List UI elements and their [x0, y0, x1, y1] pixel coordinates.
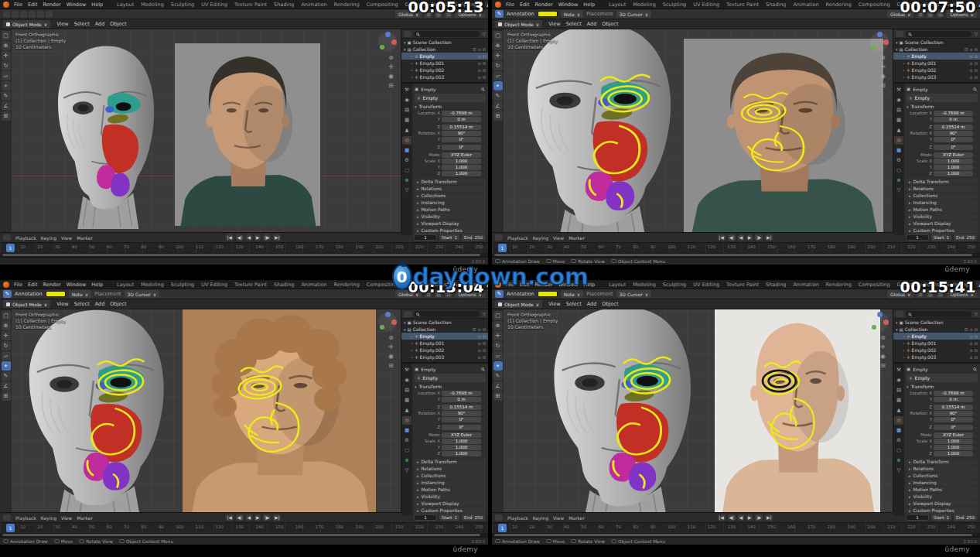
- transform-tool-icon[interactable]: ⌖: [493, 81, 503, 91]
- collapsed-panel[interactable]: ▸ Relations: [415, 466, 486, 472]
- scene-tab-icon[interactable]: ▲: [894, 406, 903, 415]
- viewport-menu-item[interactable]: Select: [74, 21, 90, 27]
- workspace-tab[interactable]: Texture Paint: [723, 1, 762, 9]
- collapsed-panel[interactable]: ▸ Delta Transform: [907, 459, 978, 465]
- topbar-menu-item[interactable]: Render: [43, 2, 60, 8]
- camera-icon[interactable]: ⊡: [483, 54, 486, 59]
- transform-value-field[interactable]: 90°: [934, 411, 973, 416]
- object-tab-icon[interactable]: ■: [894, 426, 903, 435]
- playhead[interactable]: 1: [498, 524, 507, 532]
- timeline-ruler[interactable]: 1 10203040506070809010011012013014015016…: [492, 242, 980, 253]
- viewport-3d[interactable]: ▢⊕✛↻▱⌖✎∠⊞ Front Orthographic(1) Collecti…: [0, 309, 401, 512]
- timeline-scrollbar[interactable]: [492, 253, 980, 257]
- note-layer-select[interactable]: Note ∨: [561, 290, 584, 298]
- outliner-collection[interactable]: ▾ ▤ Collection ☑ ⊙ ⊡: [893, 46, 980, 53]
- physics-tab-icon[interactable]: ○: [894, 446, 903, 455]
- end-frame-field[interactable]: End 250: [462, 234, 485, 241]
- transform-value-field[interactable]: 0°: [934, 137, 973, 142]
- workspace-tab[interactable]: Sculpting: [168, 281, 197, 289]
- search-icon[interactable]: [481, 367, 484, 371]
- workspace-tab[interactable]: Layout: [606, 1, 629, 9]
- measure-tool-icon[interactable]: ∠: [493, 381, 503, 391]
- transform-value-field[interactable]: 1.000: [934, 171, 973, 176]
- topbar-menu-item[interactable]: Window: [67, 282, 87, 288]
- output-tab-icon[interactable]: ▤: [402, 386, 411, 395]
- topbar-menu-item[interactable]: Edit: [28, 2, 38, 8]
- transform-value-field[interactable]: 0°: [934, 417, 973, 422]
- collapsed-panel[interactable]: ▸ Motion Paths: [415, 207, 486, 213]
- end-frame-field[interactable]: End 250: [462, 514, 485, 521]
- view-layer-tab-icon[interactable]: ▦: [894, 116, 903, 125]
- expand-icon[interactable]: ▾: [404, 40, 406, 45]
- outliner-item[interactable]: • ✛ Empty.001 ⊙ ⊡: [401, 60, 488, 67]
- world-tab-icon[interactable]: ◎: [894, 416, 903, 425]
- transform-value-field[interactable]: 1.000: [442, 445, 481, 450]
- transform-value-field[interactable]: -0.7698 m: [442, 111, 481, 116]
- reference-photo[interactable]: [715, 309, 880, 512]
- blender-logo-icon[interactable]: [3, 2, 9, 8]
- outliner-item[interactable]: • ✛ Empty.002 ⊙ ⊡: [893, 67, 980, 73]
- rotate-tool-icon[interactable]: ↻: [493, 61, 503, 70]
- eye-icon[interactable]: ⊙: [478, 334, 481, 339]
- camera-icon[interactable]: ⊡: [975, 334, 978, 339]
- animate-dot-icon[interactable]: ·: [975, 425, 978, 430]
- timeline-menu-item[interactable]: Playback: [507, 235, 528, 241]
- collapsed-panel[interactable]: ▸ Motion Paths: [907, 487, 978, 493]
- animate-dot-icon[interactable]: ·: [483, 137, 486, 142]
- transform-value-field[interactable]: 0°: [442, 417, 481, 422]
- timeline-menu-item[interactable]: Playback: [15, 515, 36, 521]
- collapsed-panel[interactable]: ▸ Viewport Display: [907, 220, 978, 227]
- animate-dot-icon[interactable]: ·: [975, 451, 978, 456]
- camera-icon[interactable]: ⊡: [483, 341, 486, 346]
- transform-value-field[interactable]: 1.000: [934, 445, 973, 450]
- workspace-tab[interactable]: Layout: [606, 281, 629, 289]
- camera-icon[interactable]: ⊡: [483, 327, 486, 332]
- transform-value-field[interactable]: 1.000: [442, 439, 481, 444]
- eye-icon[interactable]: ⊙: [478, 327, 481, 332]
- transform-value-field[interactable]: 0.15514 m: [442, 125, 481, 130]
- outliner-item[interactable]: • ✛ Empty ⊙ ⊡: [401, 53, 488, 60]
- transform-value-field[interactable]: XYZ Euler: [934, 432, 973, 438]
- camera-icon[interactable]: ⊡: [975, 348, 978, 353]
- eye-icon[interactable]: ⊙: [478, 54, 481, 59]
- add-cube-tool-icon[interactable]: ⊞: [2, 391, 11, 401]
- tool-tab-icon[interactable]: ⚒: [402, 366, 411, 374]
- constraints-tab-icon[interactable]: ⊗: [894, 456, 903, 465]
- annotate-tool-icon[interactable]: ✎: [2, 371, 11, 381]
- zoom-icon[interactable]: ⊕: [880, 334, 886, 341]
- workspace-tab[interactable]: Rendering: [823, 1, 855, 9]
- outliner-collection[interactable]: ▾ ▤ Collection ☑ ⊙ ⊡: [893, 326, 980, 333]
- camera-view-icon[interactable]: ◉: [880, 73, 886, 80]
- collapsed-panel[interactable]: ▸ Motion Paths: [907, 207, 978, 213]
- eye-icon[interactable]: ⊙: [478, 348, 481, 353]
- collapsed-panel[interactable]: ▸ Collections: [415, 473, 486, 479]
- animate-dot-icon[interactable]: ·: [483, 125, 486, 130]
- workspace-tab[interactable]: Rendering: [331, 281, 363, 289]
- transform-tool-icon[interactable]: ⌖: [493, 361, 503, 371]
- animate-dot-icon[interactable]: ·: [483, 432, 486, 438]
- ecorche-head-model[interactable]: [497, 29, 704, 232]
- move-tool-icon[interactable]: ✛: [2, 51, 11, 60]
- camera-icon[interactable]: ⊡: [975, 355, 978, 360]
- mode-select[interactable]: Object Mode ∨: [3, 300, 50, 308]
- transform-value-field[interactable]: 0°: [442, 137, 481, 142]
- playhead[interactable]: 1: [498, 244, 507, 252]
- workspace-tab[interactable]: Modeling: [138, 1, 167, 9]
- viewport-menu-item[interactable]: Add: [95, 301, 105, 307]
- prev-keyframe-button[interactable]: ◀|: [728, 234, 736, 241]
- zoom-icon[interactable]: ⊕: [388, 334, 394, 341]
- jump-to-start-button[interactable]: |◀: [226, 514, 234, 521]
- workspace-tab[interactable]: Animation: [790, 1, 821, 9]
- toggle-perspective-icon[interactable]: ⊞: [880, 362, 886, 369]
- collapsed-panel[interactable]: ▸ Visibility: [907, 494, 978, 500]
- outliner-search-input[interactable]: [906, 31, 971, 37]
- viewport-3d[interactable]: ▢⊕✛↻▱⌖✎∠⊞ Front Orthographic(1) Collecti…: [0, 29, 401, 232]
- modifiers-tab-icon[interactable]: ⚙: [894, 436, 903, 445]
- scale-tool-icon[interactable]: ▱: [2, 71, 11, 80]
- select-box-tool-icon[interactable]: ▢: [2, 311, 11, 320]
- z-axis-handle[interactable]: [877, 32, 883, 37]
- x-axis-handle[interactable]: [883, 39, 889, 45]
- scale-tool-icon[interactable]: ▱: [493, 71, 503, 80]
- animate-dot-icon[interactable]: ·: [483, 397, 486, 402]
- transform-section-header[interactable]: ▾ Transform: [907, 103, 978, 110]
